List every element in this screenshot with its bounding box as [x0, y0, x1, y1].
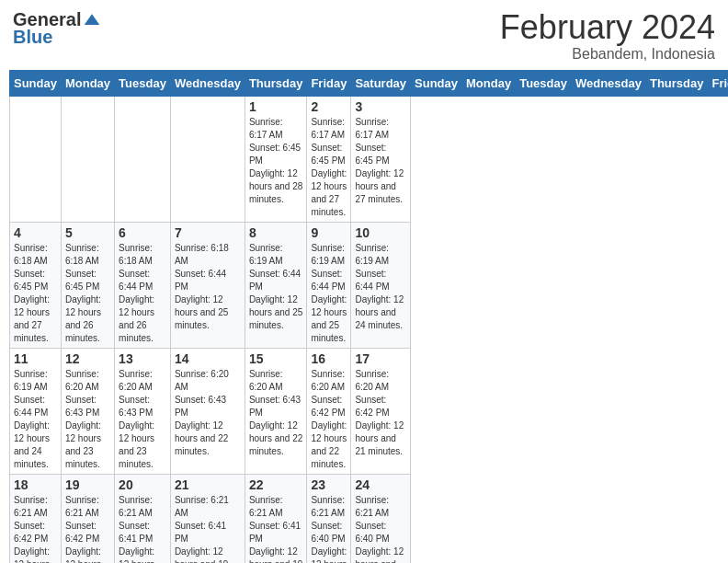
- calendar-cell: 22Sunrise: 6:21 AM Sunset: 6:41 PM Dayli…: [245, 474, 307, 563]
- day-info: Sunrise: 6:20 AM Sunset: 6:42 PM Dayligh…: [311, 368, 347, 471]
- day-number: 23: [311, 477, 347, 492]
- calendar-cell: [10, 96, 62, 222]
- calendar-week-row: 1Sunrise: 6:17 AM Sunset: 6:45 PM Daylig…: [10, 96, 729, 222]
- calendar-cell: 2Sunrise: 6:17 AM Sunset: 6:45 PM Daylig…: [307, 96, 351, 222]
- day-number: 8: [249, 225, 303, 240]
- day-header-wednesday: Wednesday: [571, 70, 645, 96]
- day-info: Sunrise: 6:18 AM Sunset: 6:45 PM Dayligh…: [65, 242, 110, 345]
- calendar-week-row: 18Sunrise: 6:21 AM Sunset: 6:42 PM Dayli…: [10, 474, 729, 563]
- title-area: February 2024 Bebandem, Indonesia: [500, 9, 715, 63]
- day-number: 13: [119, 351, 166, 366]
- calendar-cell: 18Sunrise: 6:21 AM Sunset: 6:42 PM Dayli…: [10, 474, 62, 563]
- day-info: Sunrise: 6:20 AM Sunset: 6:43 PM Dayligh…: [249, 368, 303, 458]
- day-number: 19: [65, 477, 110, 492]
- calendar-cell: 17Sunrise: 6:20 AM Sunset: 6:42 PM Dayli…: [351, 348, 411, 474]
- calendar-cell: 4Sunrise: 6:18 AM Sunset: 6:45 PM Daylig…: [10, 222, 62, 348]
- day-info: Sunrise: 6:18 AM Sunset: 6:45 PM Dayligh…: [14, 242, 57, 345]
- day-info: Sunrise: 6:18 AM Sunset: 6:44 PM Dayligh…: [119, 242, 166, 345]
- calendar-cell: 16Sunrise: 6:20 AM Sunset: 6:42 PM Dayli…: [307, 348, 351, 474]
- day-header-saturday: Saturday: [351, 70, 411, 96]
- day-info: Sunrise: 6:21 AM Sunset: 6:41 PM Dayligh…: [119, 494, 166, 563]
- day-header-friday: Friday: [708, 70, 728, 96]
- day-number: 7: [175, 225, 241, 240]
- calendar-cell: 7Sunrise: 6:18 AM Sunset: 6:44 PM Daylig…: [170, 222, 245, 348]
- day-info: Sunrise: 6:21 AM Sunset: 6:40 PM Dayligh…: [355, 494, 406, 563]
- day-number: 18: [14, 477, 57, 492]
- calendar-cell: [170, 96, 245, 222]
- day-info: Sunrise: 6:21 AM Sunset: 6:42 PM Dayligh…: [65, 494, 110, 563]
- logo: General Blue: [13, 9, 101, 48]
- calendar-cell: 5Sunrise: 6:18 AM Sunset: 6:45 PM Daylig…: [61, 222, 114, 348]
- day-info: Sunrise: 6:20 AM Sunset: 6:43 PM Dayligh…: [65, 368, 110, 471]
- calendar-header-row: SundayMondayTuesdayWednesdayThursdayFrid…: [10, 70, 729, 96]
- day-info: Sunrise: 6:17 AM Sunset: 6:45 PM Dayligh…: [311, 116, 347, 219]
- day-number: 21: [175, 477, 241, 492]
- day-number: 20: [119, 477, 166, 492]
- day-number: 5: [65, 225, 110, 240]
- day-info: Sunrise: 6:21 AM Sunset: 6:41 PM Dayligh…: [249, 494, 303, 563]
- calendar-cell: 3Sunrise: 6:17 AM Sunset: 6:45 PM Daylig…: [351, 96, 411, 222]
- day-number: 12: [65, 351, 110, 366]
- month-title: February 2024: [500, 9, 715, 46]
- calendar-cell: 15Sunrise: 6:20 AM Sunset: 6:43 PM Dayli…: [245, 348, 307, 474]
- day-info: Sunrise: 6:20 AM Sunset: 6:43 PM Dayligh…: [119, 368, 166, 471]
- calendar-cell: 20Sunrise: 6:21 AM Sunset: 6:41 PM Dayli…: [115, 474, 171, 563]
- day-header-thursday: Thursday: [645, 70, 708, 96]
- day-number: 3: [355, 99, 406, 114]
- calendar-cell: 9Sunrise: 6:19 AM Sunset: 6:44 PM Daylig…: [307, 222, 351, 348]
- calendar-cell: 14Sunrise: 6:20 AM Sunset: 6:43 PM Dayli…: [170, 348, 245, 474]
- day-number: 24: [355, 477, 406, 492]
- day-number: 22: [249, 477, 303, 492]
- day-info: Sunrise: 6:21 AM Sunset: 6:40 PM Dayligh…: [311, 494, 347, 563]
- day-number: 1: [249, 99, 303, 114]
- calendar-cell: 23Sunrise: 6:21 AM Sunset: 6:40 PM Dayli…: [307, 474, 351, 563]
- svg-marker-0: [85, 14, 100, 25]
- day-number: 4: [14, 225, 57, 240]
- day-header-sunday: Sunday: [10, 70, 62, 96]
- logo-blue-text: Blue: [13, 27, 52, 48]
- calendar-cell: 12Sunrise: 6:20 AM Sunset: 6:43 PM Dayli…: [61, 348, 114, 474]
- day-header-thursday: Thursday: [245, 70, 307, 96]
- day-number: 16: [311, 351, 347, 366]
- subtitle: Bebandem, Indonesia: [500, 46, 715, 63]
- calendar-table: SundayMondayTuesdayWednesdayThursdayFrid…: [9, 70, 728, 563]
- day-number: 11: [14, 351, 57, 366]
- day-info: Sunrise: 6:19 AM Sunset: 6:44 PM Dayligh…: [311, 242, 347, 345]
- day-info: Sunrise: 6:21 AM Sunset: 6:42 PM Dayligh…: [14, 494, 57, 563]
- day-number: 17: [355, 351, 406, 366]
- calendar-cell: [115, 96, 171, 222]
- logo-icon: [83, 11, 101, 29]
- day-info: Sunrise: 6:20 AM Sunset: 6:43 PM Dayligh…: [175, 368, 241, 458]
- day-info: Sunrise: 6:18 AM Sunset: 6:44 PM Dayligh…: [175, 242, 241, 332]
- day-info: Sunrise: 6:20 AM Sunset: 6:42 PM Dayligh…: [355, 368, 406, 458]
- calendar-cell: 24Sunrise: 6:21 AM Sunset: 6:40 PM Dayli…: [351, 474, 411, 563]
- day-header-monday: Monday: [462, 70, 516, 96]
- calendar-cell: 13Sunrise: 6:20 AM Sunset: 6:43 PM Dayli…: [115, 348, 171, 474]
- day-header-tuesday: Tuesday: [115, 70, 171, 96]
- calendar-cell: 6Sunrise: 6:18 AM Sunset: 6:44 PM Daylig…: [115, 222, 171, 348]
- day-header-sunday: Sunday: [411, 70, 462, 96]
- day-info: Sunrise: 6:21 AM Sunset: 6:41 PM Dayligh…: [175, 494, 241, 563]
- calendar-week-row: 11Sunrise: 6:19 AM Sunset: 6:44 PM Dayli…: [10, 348, 729, 474]
- calendar-cell: 19Sunrise: 6:21 AM Sunset: 6:42 PM Dayli…: [61, 474, 114, 563]
- page-header: General Blue February 2024 Bebandem, Ind…: [9, 9, 719, 63]
- day-info: Sunrise: 6:19 AM Sunset: 6:44 PM Dayligh…: [355, 242, 406, 332]
- day-number: 15: [249, 351, 303, 366]
- day-info: Sunrise: 6:17 AM Sunset: 6:45 PM Dayligh…: [355, 116, 406, 206]
- calendar-cell: 1Sunrise: 6:17 AM Sunset: 6:45 PM Daylig…: [245, 96, 307, 222]
- day-number: 14: [175, 351, 241, 366]
- calendar-cell: 10Sunrise: 6:19 AM Sunset: 6:44 PM Dayli…: [351, 222, 411, 348]
- calendar-cell: 11Sunrise: 6:19 AM Sunset: 6:44 PM Dayli…: [10, 348, 62, 474]
- day-number: 10: [355, 225, 406, 240]
- day-header-friday: Friday: [307, 70, 351, 96]
- day-header-wednesday: Wednesday: [170, 70, 245, 96]
- day-info: Sunrise: 6:17 AM Sunset: 6:45 PM Dayligh…: [249, 116, 303, 206]
- day-header-tuesday: Tuesday: [516, 70, 572, 96]
- day-number: 6: [119, 225, 166, 240]
- day-number: 2: [311, 99, 347, 114]
- calendar-cell: [61, 96, 114, 222]
- day-info: Sunrise: 6:19 AM Sunset: 6:44 PM Dayligh…: [249, 242, 303, 332]
- calendar-cell: 21Sunrise: 6:21 AM Sunset: 6:41 PM Dayli…: [170, 474, 245, 563]
- day-number: 9: [311, 225, 347, 240]
- day-info: Sunrise: 6:19 AM Sunset: 6:44 PM Dayligh…: [14, 368, 57, 471]
